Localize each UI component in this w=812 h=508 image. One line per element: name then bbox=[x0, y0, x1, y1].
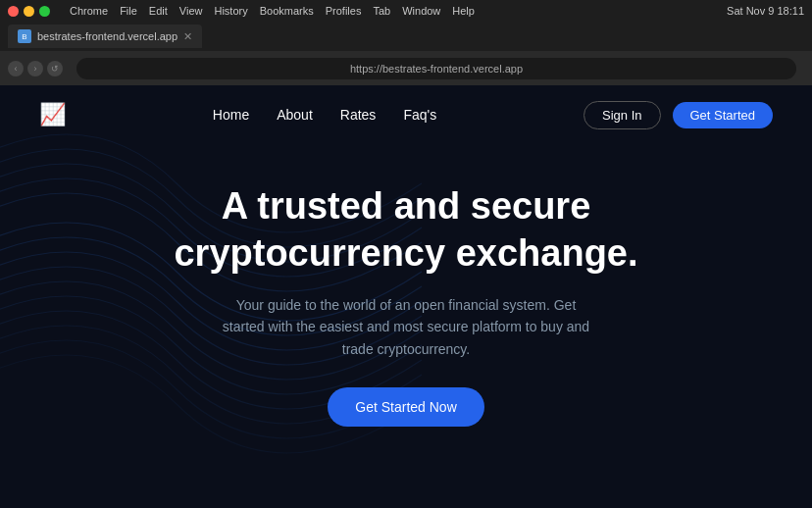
nav-link-faq[interactable]: Faq's bbox=[403, 107, 436, 123]
hero-cta-button[interactable]: Get Started Now bbox=[328, 387, 484, 427]
tab-title-text: bestrates-frontend.vercel.app bbox=[37, 30, 178, 42]
hero-title: A trusted and secure cryptocurrency exch… bbox=[131, 183, 681, 277]
menu-edit[interactable]: Edit bbox=[149, 5, 168, 17]
nav-link-home[interactable]: Home bbox=[213, 107, 249, 123]
tab-bar: B bestrates-frontend.vercel.app ✕ bbox=[0, 22, 812, 51]
menu-window[interactable]: Window bbox=[402, 5, 440, 17]
close-window-button[interactable] bbox=[8, 6, 19, 17]
nav-link-about[interactable]: About bbox=[277, 107, 313, 123]
navbar: 📈 Home About Rates Faq's Sign In Get Sta… bbox=[0, 85, 812, 144]
title-bar-menu: Chrome File Edit View History Bookmarks … bbox=[70, 5, 475, 17]
logo-icon: 📈 bbox=[39, 102, 66, 127]
hero-subtitle: Your guide to the world of an open finan… bbox=[220, 294, 592, 360]
menu-history[interactable]: History bbox=[214, 5, 247, 17]
nav-buttons: ‹ › ↺ bbox=[8, 61, 63, 76]
hero-section: A trusted and secure cryptocurrency exch… bbox=[0, 144, 812, 446]
menu-bookmarks[interactable]: Bookmarks bbox=[260, 5, 314, 17]
nav-logo[interactable]: 📈 bbox=[39, 102, 66, 127]
maximize-window-button[interactable] bbox=[39, 6, 50, 17]
menu-view[interactable]: View bbox=[179, 5, 203, 17]
system-clock: Sat Nov 9 18:11 bbox=[727, 5, 804, 17]
menu-chrome[interactable]: Chrome bbox=[70, 5, 108, 17]
tab-close-button[interactable]: ✕ bbox=[183, 30, 192, 43]
website-content: 📈 Home About Rates Faq's Sign In Get Sta… bbox=[0, 85, 812, 508]
reload-button[interactable]: ↺ bbox=[47, 61, 63, 76]
address-bar[interactable]: https://bestrates-frontend.vercel.app bbox=[76, 58, 796, 79]
title-bar: Chrome File Edit View History Bookmarks … bbox=[0, 0, 812, 22]
active-tab[interactable]: B bestrates-frontend.vercel.app ✕ bbox=[8, 25, 202, 48]
nav-actions: Sign In Get Started bbox=[584, 101, 773, 129]
signin-button[interactable]: Sign In bbox=[584, 101, 660, 129]
url-display: https://bestrates-frontend.vercel.app bbox=[86, 63, 787, 75]
minimize-window-button[interactable] bbox=[24, 6, 34, 17]
browser-chrome: ‹ › ↺ https://bestrates-frontend.vercel.… bbox=[0, 51, 812, 85]
menu-tab[interactable]: Tab bbox=[373, 5, 390, 17]
forward-button[interactable]: › bbox=[27, 61, 43, 76]
menu-profiles[interactable]: Profiles bbox=[326, 5, 362, 17]
menu-help[interactable]: Help bbox=[452, 5, 475, 17]
traffic-lights bbox=[8, 6, 50, 17]
menu-file[interactable]: File bbox=[120, 5, 137, 17]
back-button[interactable]: ‹ bbox=[8, 61, 24, 76]
tab-favicon: B bbox=[18, 29, 31, 43]
getstarted-nav-button[interactable]: Get Started bbox=[673, 102, 773, 128]
title-bar-left: Chrome File Edit View History Bookmarks … bbox=[8, 5, 475, 17]
nav-links: Home About Rates Faq's bbox=[213, 107, 436, 123]
nav-link-rates[interactable]: Rates bbox=[340, 107, 377, 123]
